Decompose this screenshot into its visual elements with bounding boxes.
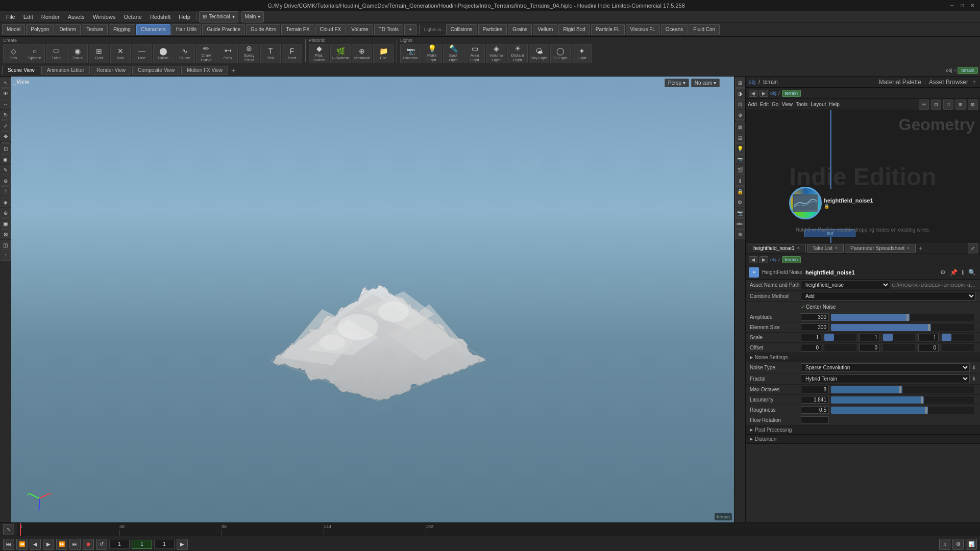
amplitude-slider[interactable] bbox=[831, 314, 974, 321]
lt-extra1[interactable]: ◈ bbox=[1, 197, 11, 207]
lt-select[interactable]: ↖ bbox=[1, 78, 11, 88]
lt-sculpt[interactable]: ⊛ bbox=[1, 176, 11, 186]
noise-settings-header[interactable]: ▶ Noise Settings bbox=[746, 353, 980, 362]
transport-play[interactable]: ▶ bbox=[43, 539, 54, 550]
lt-paint[interactable]: ✎ bbox=[1, 165, 11, 175]
combine-method-dropdown[interactable]: Add Subtract Multiply bbox=[801, 292, 976, 300]
params-info-btn[interactable]: ℹ bbox=[961, 269, 965, 276]
ne-tool3[interactable]: □ bbox=[943, 99, 953, 110]
tool-curve[interactable]: ∿Curve bbox=[175, 44, 195, 63]
tool-path[interactable]: ⬶Path bbox=[217, 44, 238, 63]
ne-tool5[interactable]: ⊠ bbox=[968, 99, 978, 110]
tool-platonic[interactable]: ◆Plat. Solids bbox=[309, 44, 329, 63]
params-gear-btn[interactable]: ⚙ bbox=[939, 269, 947, 276]
vr-camera[interactable]: 📷 bbox=[735, 154, 745, 164]
element-size-slider[interactable] bbox=[831, 324, 974, 331]
tab-scene-view[interactable]: Scene View bbox=[2, 66, 40, 74]
params-terrain[interactable]: terrain bbox=[782, 256, 801, 263]
vr-overlay[interactable]: ⊕ bbox=[735, 110, 745, 120]
menu-octane[interactable]: Octane bbox=[119, 13, 145, 21]
tab-render-view[interactable]: Render View bbox=[91, 66, 131, 74]
tool-spraypaint[interactable]: ⊛Spray Paint bbox=[239, 44, 259, 63]
persp-button[interactable]: Persp ▾ bbox=[665, 79, 689, 87]
offset-y-slider[interactable] bbox=[883, 344, 915, 351]
collisions-btn[interactable]: Collisions bbox=[446, 24, 477, 35]
lt-pose[interactable]: 🕴 bbox=[1, 186, 11, 196]
tool-line[interactable]: —Line bbox=[132, 44, 152, 63]
max-octaves-input[interactable] bbox=[801, 386, 829, 393]
max-octaves-slider[interactable] bbox=[831, 386, 974, 393]
close-button[interactable]: ✕ bbox=[969, 2, 976, 9]
ne-menu-go[interactable]: Go bbox=[772, 102, 778, 107]
fractal-dropdown[interactable]: Hybrid Terrain Standard None bbox=[801, 374, 970, 383]
tool-spot-light[interactable]: 🔦Spot Light bbox=[443, 44, 463, 63]
scale-x-input[interactable] bbox=[801, 334, 821, 341]
tool-tube[interactable]: ⬭Tube bbox=[46, 44, 66, 63]
element-size-input[interactable] bbox=[801, 323, 829, 331]
vr-light[interactable]: 💡 bbox=[735, 143, 745, 154]
vr-info[interactable]: ℹ bbox=[735, 176, 745, 186]
frame-end-input[interactable] bbox=[154, 540, 175, 549]
tab-motion-fx-view[interactable]: Motion FX View bbox=[181, 66, 228, 74]
vr-shading[interactable]: ◑ bbox=[735, 88, 745, 98]
tab-animation-editor[interactable]: Animation Editor bbox=[41, 66, 90, 74]
tool-drawcurve[interactable]: ✏Draw Curve bbox=[196, 44, 216, 63]
offset-y-input[interactable] bbox=[860, 344, 880, 352]
scale-y-input[interactable] bbox=[860, 334, 880, 341]
lt-brush[interactable]: ◉ bbox=[1, 154, 11, 164]
lt-scale[interactable]: ⤢ bbox=[1, 120, 11, 131]
main-dropdown[interactable]: Main ▾ bbox=[241, 11, 264, 22]
transport-play-reverse[interactable]: ◀ bbox=[30, 539, 41, 550]
tool-text[interactable]: TText bbox=[260, 44, 281, 63]
shelf-tab-characters[interactable]: Characters bbox=[136, 24, 170, 35]
vr-settings[interactable]: ⚙ bbox=[735, 197, 745, 207]
ne-menu-help[interactable]: Help bbox=[829, 102, 840, 107]
vr-display[interactable]: ⊞ bbox=[735, 78, 745, 88]
offset-z-input[interactable] bbox=[918, 344, 939, 352]
shelf-tab-hair-utils[interactable]: Hair Utils bbox=[172, 24, 202, 35]
lt-snap[interactable]: ⊡ bbox=[1, 143, 11, 154]
max-octaves-handle[interactable] bbox=[899, 386, 901, 393]
tool-gl-light[interactable]: ◯Gl Light bbox=[550, 44, 571, 63]
tool-light[interactable]: ✦Light bbox=[572, 44, 592, 63]
node-heightfield-noise[interactable]: heightfield_noise1 🔒 bbox=[789, 187, 873, 219]
roughness-handle[interactable] bbox=[925, 407, 927, 414]
tab-composite-view[interactable]: Composite View bbox=[132, 66, 180, 74]
frame-start-input[interactable] bbox=[109, 540, 130, 549]
sim-btn[interactable]: ⚙ bbox=[952, 539, 964, 550]
terrain-badge[interactable]: terrain bbox=[958, 67, 978, 74]
tl-zoom-fit[interactable]: ⤡ bbox=[3, 524, 14, 535]
audio-btn[interactable]: ♫ bbox=[939, 539, 950, 550]
transport-record[interactable]: ⏺ bbox=[83, 539, 94, 550]
tool-file[interactable]: 📁File bbox=[373, 44, 394, 63]
lt-transform[interactable]: ↔ bbox=[1, 99, 11, 109]
nav-terrain[interactable]: terrain bbox=[782, 90, 801, 97]
shelf-tab-volume[interactable]: Volume bbox=[347, 24, 373, 35]
ne-tool2[interactable]: ⊡ bbox=[931, 99, 941, 110]
shelf-tab-texture[interactable]: Texture bbox=[82, 24, 108, 35]
tool-metaball[interactable]: ⊕Metaball bbox=[352, 44, 372, 63]
vr-lock[interactable]: 🔒 bbox=[735, 186, 745, 196]
desktop-dropdown[interactable]: ⊞ Technical ▾ bbox=[199, 11, 238, 22]
roughness-input[interactable] bbox=[801, 406, 829, 414]
ne-menu-edit[interactable]: Edit bbox=[760, 102, 769, 107]
scale-z-input[interactable] bbox=[918, 334, 939, 341]
transport-prev[interactable]: ⏪ bbox=[16, 539, 28, 550]
params-expand[interactable]: ⤢ bbox=[968, 243, 978, 254]
lt-rotate[interactable]: ↻ bbox=[1, 110, 11, 120]
tool-sky-light[interactable]: 🌤Sky Light bbox=[529, 44, 549, 63]
take-list-close[interactable]: ✕ bbox=[835, 246, 838, 251]
tool-camera[interactable]: 📷Camera bbox=[400, 44, 421, 63]
flow-rotation-input[interactable] bbox=[801, 416, 829, 424]
params-nav-fwd[interactable]: ▶ bbox=[760, 256, 768, 263]
vr-extra[interactable]: ⊛ bbox=[735, 229, 745, 239]
vr-wireframe[interactable]: ⊡ bbox=[735, 99, 745, 109]
no-cam-button[interactable]: No cam ▾ bbox=[691, 79, 720, 87]
scale-z-slider[interactable] bbox=[942, 334, 974, 341]
element-size-handle[interactable] bbox=[928, 324, 930, 331]
menu-render[interactable]: Render bbox=[37, 13, 64, 21]
tool-area-light[interactable]: ▭Area Light bbox=[464, 44, 485, 63]
offset-x-input[interactable] bbox=[801, 344, 821, 352]
tool-distant-light[interactable]: ☀Distant Light bbox=[507, 44, 528, 63]
ne-menu-tools[interactable]: Tools bbox=[796, 102, 807, 107]
